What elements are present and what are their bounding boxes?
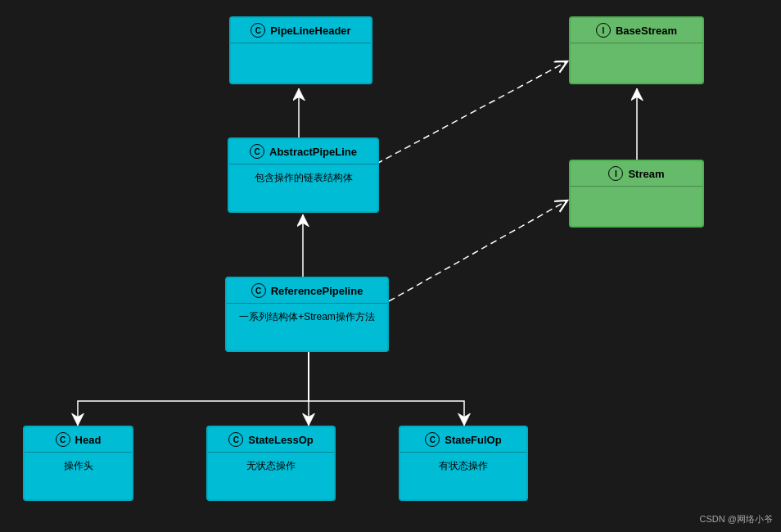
diagram-container: C PipeLineHeader I BaseStream C Abstract… (0, 0, 781, 532)
box-reference-pipeline-body2 (227, 331, 387, 350)
box-stream-body2 (571, 206, 702, 226)
badge-c: C (251, 23, 265, 38)
box-base-stream-title: I BaseStream (571, 18, 702, 43)
svg-line-3 (377, 61, 567, 164)
box-pipeline-header-body1 (231, 43, 371, 63)
box-stream: I Stream (569, 160, 704, 228)
box-reference-pipeline-title: C ReferencePipeline (227, 278, 387, 304)
watermark: CSDN @网络小爷 (700, 513, 773, 525)
box-head: C Head 操作头 (23, 426, 133, 501)
box-stateless-op-body: 无状态操作 (208, 453, 334, 480)
box-reference-pipeline-body: 一系列结构体+Stream操作方法 (227, 304, 387, 331)
svg-line-4 (389, 201, 567, 301)
badge-i-base: I (596, 23, 611, 38)
box-head-title: C Head (25, 427, 132, 453)
badge-c-ref: C (251, 283, 266, 298)
badge-i-stream: I (608, 166, 623, 181)
badge-c-stateless: C (228, 432, 243, 447)
box-head-body2 (25, 480, 132, 499)
box-stateful-op-body: 有状态操作 (400, 453, 526, 480)
box-stream-title: I Stream (571, 161, 702, 187)
box-base-stream: I BaseStream (569, 16, 704, 84)
badge-c-head: C (56, 432, 70, 447)
box-abstract-pipeline-body: 包含操作的链表结构体 (229, 165, 377, 192)
box-stateful-op-body2 (400, 480, 526, 499)
box-stateless-op-body2 (208, 480, 334, 499)
box-stream-body1 (571, 187, 702, 206)
box-base-stream-body2 (571, 63, 702, 83)
box-pipeline-header: C PipeLineHeader (229, 16, 372, 84)
box-base-stream-body1 (571, 43, 702, 63)
box-stateless-op: C StateLessOp 无状态操作 (206, 426, 336, 501)
box-abstract-pipeline: C AbstractPipeLine 包含操作的链表结构体 (228, 138, 379, 213)
box-pipeline-header-title: C PipeLineHeader (231, 18, 371, 43)
box-pipeline-header-body2 (231, 63, 371, 83)
box-stateful-op-title: C StateFulOp (400, 427, 526, 453)
box-abstract-pipeline-body2 (229, 192, 377, 211)
box-stateless-op-title: C StateLessOp (208, 427, 334, 453)
box-reference-pipeline: C ReferencePipeline 一系列结构体+Stream操作方法 (225, 277, 389, 352)
badge-c-abstract: C (250, 144, 264, 159)
box-abstract-pipeline-title: C AbstractPipeLine (229, 139, 377, 165)
box-stateful-op: C StateFulOp 有状态操作 (399, 426, 528, 501)
box-head-body: 操作头 (25, 453, 132, 480)
badge-c-stateful: C (425, 432, 440, 447)
